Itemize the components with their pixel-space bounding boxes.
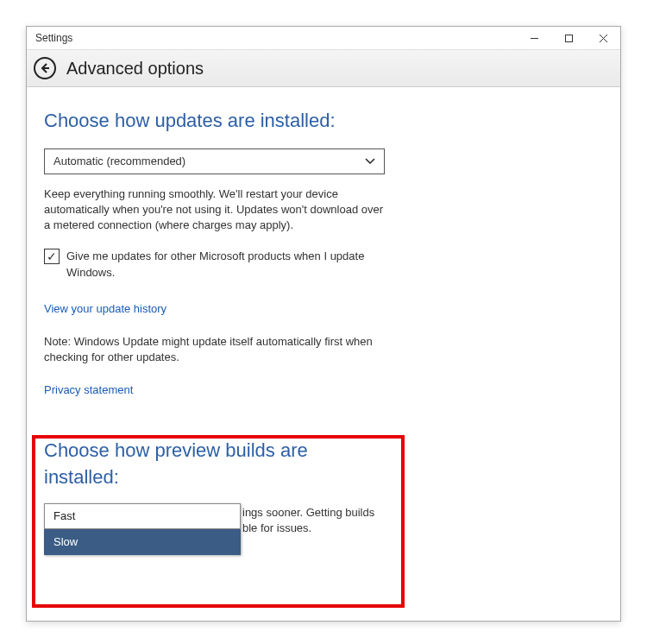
minimize-button[interactable] [517,27,551,49]
preview-heading: Choose how preview builds are installed: [44,438,337,491]
svg-rect-1 [565,35,572,41]
back-button[interactable] [34,57,56,79]
page-title: Advanced options [66,59,204,79]
dropdown-option-fast[interactable]: Fast [44,503,241,529]
update-mode-combobox[interactable]: Automatic (recommended) [44,148,385,174]
update-note: Note: Windows Update might update itself… [44,334,389,365]
updates-heading: Choose how updates are installed: [44,108,603,135]
close-button[interactable] [586,27,620,49]
update-description: Keep everything running smoothly. We'll … [44,186,389,234]
titlebar: Settings [27,27,620,49]
preview-build-area: ings sooner. Getting builds ble for issu… [44,505,603,536]
privacy-statement-link[interactable]: Privacy statement [44,382,133,398]
update-mode-value: Automatic (recommended) [53,154,185,169]
preview-builds-section: Choose how preview builds are installed:… [44,438,603,536]
other-products-checkbox-row: ✓ Give me updates for other Microsoft pr… [44,249,389,280]
window-title: Settings [35,32,72,44]
settings-window: Settings Advanced options Choose how upd… [26,26,621,622]
dropdown-option-slow[interactable]: Slow [44,529,241,555]
preview-ring-dropdown[interactable]: Fast Slow [44,503,241,555]
page-header: Advanced options [27,49,620,87]
window-controls [517,27,620,49]
content-area: Choose how updates are installed: Automa… [27,87,620,553]
other-products-checkbox[interactable]: ✓ [44,249,60,264]
maximize-button[interactable] [551,27,586,49]
update-history-link[interactable]: View your update history [44,301,166,317]
chevron-down-icon [365,154,375,169]
other-products-label: Give me updates for other Microsoft prod… [66,249,389,280]
